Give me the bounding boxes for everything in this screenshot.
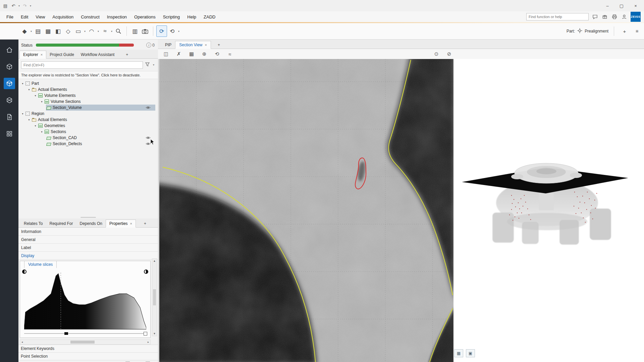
expander-icon[interactable]: ▾ (20, 82, 25, 85)
tab-project-guide[interactable]: Project Guide (46, 51, 77, 58)
menu-file[interactable]: File (3, 11, 17, 22)
scroll-down-icon[interactable]: ▼ (153, 332, 156, 335)
redo-icon[interactable]: ↷ (21, 2, 29, 9)
extract-geometry-dropdown-icon[interactable]: ▾ (30, 30, 33, 33)
probe-flash-icon[interactable]: ≈ (100, 26, 110, 37)
fit-plane-dropdown-icon[interactable]: ▾ (83, 30, 87, 33)
print-icon[interactable] (611, 13, 618, 20)
extract-geometry-icon[interactable]: ◆ (19, 26, 30, 37)
tree-item-geometries[interactable]: ▾ Geometries (18, 123, 158, 129)
tree-find-input[interactable] (21, 61, 143, 69)
save-icon[interactable]: ▤ (1, 2, 9, 9)
menu-inspection[interactable]: Inspection (103, 11, 130, 22)
tree-item-volume-sections[interactable]: ▾ Volume Sections (18, 99, 158, 105)
section-information[interactable]: Information (18, 228, 158, 236)
defect-mask-icon[interactable]: ▩ (43, 26, 53, 37)
tab-depends-on[interactable]: Depends On (76, 220, 106, 227)
slider-end-handle[interactable] (144, 332, 147, 336)
camera-snapshot-icon[interactable] (140, 26, 150, 37)
report-table-icon[interactable]: ▥ (130, 26, 140, 37)
menu-scripting[interactable]: Scripting (159, 11, 184, 22)
slider-handle[interactable] (64, 332, 68, 335)
close-button[interactable]: × (629, 1, 643, 10)
properties-scrollbar[interactable]: ▲ ▼ (152, 258, 157, 336)
tab-required-for[interactable]: Required For (46, 220, 76, 227)
section-curve-icon[interactable]: ◠ (87, 26, 97, 37)
align-cube-icon[interactable]: ◇ (63, 26, 73, 37)
visibility-eye-icon[interactable] (146, 142, 151, 145)
report-workspace-icon[interactable] (4, 111, 15, 123)
visibility-eye-icon[interactable] (146, 136, 151, 139)
volume-workspace-icon[interactable] (4, 61, 15, 72)
view-sphere-icon[interactable]: ⊙ (433, 51, 440, 57)
section-curve-dropdown-icon[interactable]: ▾ (97, 30, 100, 33)
section-grid-icon[interactable]: ▦ (188, 51, 195, 57)
histogram-left-handle[interactable] (22, 269, 26, 274)
gray-value-histogram[interactable] (24, 272, 146, 329)
account-icon[interactable] (621, 13, 628, 20)
horizontal-scrollbar[interactable]: ◂ ▸ (20, 340, 151, 345)
expander-icon[interactable]: ▾ (20, 112, 25, 115)
part-value[interactable]: Prealignment (585, 29, 608, 34)
restriction-notice[interactable]: The explorer view is restricted to "Sect… (18, 71, 158, 79)
add-viewport-tab-button[interactable]: + (215, 41, 223, 49)
histogram-right-handle[interactable] (144, 269, 148, 274)
tab-properties[interactable]: Properties × (106, 220, 136, 228)
filter-dropdown-icon[interactable]: ▾ (152, 63, 155, 66)
tab-pip[interactable]: PIP (161, 41, 175, 49)
tree-item-sections[interactable]: ▾ Sections (18, 129, 158, 135)
expander-icon[interactable]: ▾ (33, 94, 38, 97)
expander-icon[interactable]: ▾ (33, 124, 38, 127)
menu-edit[interactable]: Edit (17, 11, 32, 22)
tree-item-actual-elements-2[interactable]: ▾ Actual Elements (18, 117, 158, 123)
tab-close-icon[interactable]: × (130, 222, 132, 226)
add-properties-tab-button[interactable]: + (141, 220, 149, 227)
reset-states-icon[interactable]: ⟲ (167, 26, 177, 37)
add-part-button[interactable]: + (620, 26, 630, 37)
menu-construct[interactable]: Construct (77, 11, 103, 22)
section-display[interactable]: Display (18, 252, 158, 260)
menu-help[interactable]: Help (183, 11, 200, 22)
scrollbar-thumb[interactable] (153, 289, 156, 305)
recalculate-icon[interactable]: ⟳ (156, 25, 167, 37)
tab-workflow-assistant[interactable]: Workflow Assistant (77, 51, 118, 58)
add-tab-button[interactable]: + (123, 51, 131, 58)
tree-item-section-cad[interactable]: Section_CAD (18, 135, 158, 141)
fit-content-icon[interactable]: ▣ (466, 349, 475, 357)
tree-item-region[interactable]: ▾ Region (18, 111, 158, 117)
view-clip-icon[interactable]: ⊘ (446, 51, 452, 57)
tree-item-section-volume[interactable]: Section_Volume (18, 105, 158, 111)
menu-zadd[interactable]: ZADD (200, 11, 219, 22)
tree-item-section-defects[interactable]: Section_Defects (18, 141, 158, 147)
section-label[interactable]: Label (18, 244, 158, 252)
section-center-icon[interactable]: ⊕ (201, 51, 208, 57)
scroll-right-icon[interactable]: ▸ (148, 341, 149, 344)
undo-icon[interactable]: ↶ (9, 2, 17, 9)
menu-operations[interactable]: Operations (130, 11, 159, 22)
tab-section-view[interactable]: Section View × (175, 41, 211, 49)
voxel-grid-icon[interactable]: ▦ (454, 349, 463, 357)
menu-acquisition[interactable]: Acquisition (49, 11, 77, 22)
panel-splitter[interactable] (18, 216, 158, 219)
reset-states-dropdown-icon[interactable]: ▾ (177, 30, 180, 33)
minimize-button[interactable]: – (600, 1, 614, 10)
tree-item-volume-elements[interactable]: ▾ Volume Elements (18, 93, 158, 99)
toolbar-menu-button[interactable]: ≡ (632, 26, 642, 37)
tab-volume-slices[interactable]: Volume slices (24, 261, 57, 268)
scrollbar-thumb[interactable] (70, 341, 95, 344)
section-workspace-icon[interactable] (4, 78, 15, 89)
histogram-range-slider[interactable] (24, 331, 146, 336)
section-polish-icon[interactable]: ≈ (226, 51, 233, 57)
redo-dropdown-icon[interactable]: ▾ (29, 4, 32, 7)
filter-icon[interactable] (145, 62, 150, 67)
tab-close-icon[interactable]: × (205, 43, 207, 47)
menu-view[interactable]: View (32, 11, 49, 22)
expander-icon[interactable]: ▾ (40, 100, 44, 103)
section-align-icon[interactable]: ◫ (163, 51, 169, 57)
probe-flash-dropdown-icon[interactable]: ▾ (110, 30, 113, 33)
undo-dropdown-icon[interactable]: ▾ (17, 4, 21, 7)
resources-icon[interactable] (601, 13, 608, 20)
tab-close-icon[interactable]: × (41, 53, 43, 57)
expander-icon[interactable]: ▾ (40, 130, 44, 133)
status-info-badge[interactable]: i 0 (146, 43, 155, 48)
